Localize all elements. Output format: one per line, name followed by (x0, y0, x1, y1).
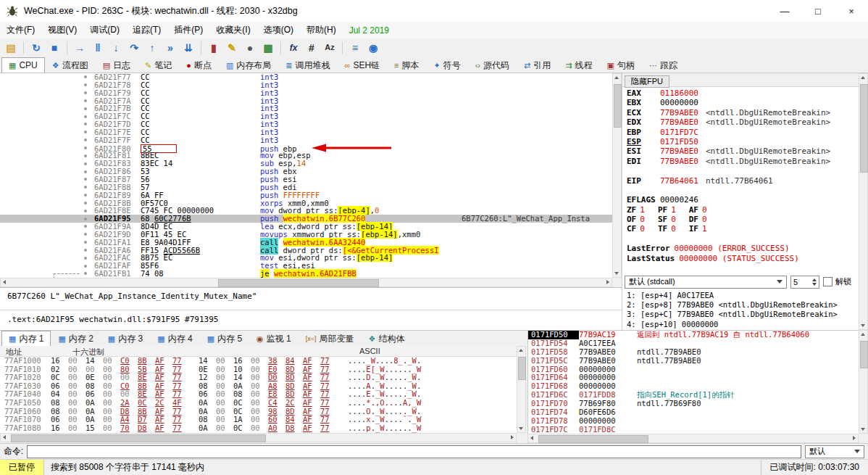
register-line[interactable]: LastError00000000 (ERROR_SUCCESS) (627, 244, 851, 253)
register-line[interactable]: EDX77B9ABE0<ntdll.DbgUiRemoteBreakin> (627, 117, 851, 127)
menu-favourites[interactable]: 收藏夹(I) (209, 22, 256, 38)
threads-toolbar-button[interactable]: ≡ (346, 40, 364, 56)
spinner-arrows-icon[interactable] (812, 278, 817, 286)
breakpoints-toggle-button[interactable]: ● (241, 40, 259, 56)
menu-trace[interactable]: 追踪(T) (126, 22, 167, 38)
register-line[interactable]: LastStatus00000000 (STATUS_SUCCESS) (627, 254, 851, 263)
font-button[interactable]: Az (321, 40, 338, 56)
dump-row[interactable]: 77AF100016001400C08BAF77140016003884AF77… (0, 357, 517, 365)
tab-references[interactable]: ⇄引用 (517, 57, 558, 73)
tab-seh[interactable]: ∞SEH链 (338, 57, 388, 73)
menu-options[interactable]: 选项(O) (257, 22, 300, 38)
scrollbar-thumb[interactable] (538, 435, 648, 443)
disasm-row[interactable]: 6AD21F7DCCint3 (0, 120, 612, 128)
scroll-left-icon[interactable] (528, 434, 536, 442)
fx-button[interactable]: fx (285, 40, 302, 56)
step-into-button[interactable]: ↓ (107, 40, 125, 56)
stack-row[interactable]: 0171FD6000000000 (528, 365, 859, 374)
tab-graph[interactable]: ❖流程图 (45, 57, 96, 73)
stack-argument[interactable]: 1: [esp+4] A0C17EEA (627, 291, 851, 300)
scroll-left-icon[interactable] (1, 434, 9, 442)
stop-button[interactable]: ■ (46, 40, 63, 56)
tab-dump-3[interactable]: ▦内存 3 (101, 331, 150, 346)
register-line[interactable]: EDI77B9ABE0<ntdll.DbgUiRemoteBreakin> (627, 157, 851, 166)
scrollbar-thumb[interactable] (11, 434, 266, 442)
tab-notes[interactable]: ✎笔记 (138, 57, 179, 73)
tab-symbols[interactable]: ✦符号 (426, 57, 467, 73)
tab-cpu[interactable]: ▦CPU (1, 57, 45, 73)
scroll-down-icon[interactable] (859, 425, 867, 433)
register-line[interactable]: GS 002B FS 0053 (627, 273, 851, 273)
scrollbar-thumb[interactable] (218, 279, 379, 287)
disasm-row[interactable]: 6AD21F7ECCint3 (0, 128, 612, 136)
register-line[interactable]: ZF1PF1AF0 (627, 205, 851, 215)
tab-memory-map[interactable]: ▥内存布局 (219, 57, 278, 73)
register-line[interactable]: ESP0171FD50 (627, 137, 851, 146)
log-toggle-button[interactable]: ▮ (205, 40, 222, 56)
memory-map-toggle-button[interactable]: ▦ (259, 40, 277, 56)
unlock-checkbox[interactable]: 解锁 (823, 276, 851, 287)
stack-argument[interactable]: 3: [esp+C] 77B9ABE0 <ntdll.DbgUiRemoteBr… (627, 310, 851, 319)
scroll-down-icon[interactable] (613, 269, 621, 277)
disasm-row[interactable]: 6AD21F7ACCint3 (0, 97, 612, 105)
dump-vertical-scrollbar[interactable] (517, 346, 526, 433)
close-button[interactable]: × (835, 0, 868, 22)
tab-dump-4[interactable]: ▦内存 4 (150, 331, 199, 346)
disassembly-vertical-scrollbar[interactable] (612, 73, 622, 278)
disasm-row[interactable]: 6AD21F8756push esi (0, 175, 612, 183)
disasm-row[interactable]: 6AD21F78CCint3 (0, 81, 612, 89)
stack-argument[interactable]: 2: [esp+8] 77B9ABE0 <ntdll.DbgUiRemoteBr… (627, 300, 851, 310)
stack-vertical-scrollbar[interactable] (859, 330, 868, 434)
scroll-up-icon[interactable] (859, 74, 867, 82)
scrollbar-thumb[interactable] (518, 357, 526, 380)
register-line[interactable]: EBP0171FD7C (627, 128, 851, 137)
step-out-button[interactable]: ↑ (143, 40, 161, 56)
register-line[interactable]: OF0SF0DF0 (627, 215, 851, 224)
menu-view[interactable]: 视图(V) (41, 22, 83, 38)
stack-row[interactable]: 0171FD6400000000 (528, 373, 859, 382)
disassembly-horizontal-scrollbar[interactable] (0, 278, 612, 287)
stack-row[interactable]: 0171FD7800000000 (528, 417, 859, 426)
tab-dump-2[interactable]: ▦内存 2 (51, 331, 100, 346)
scroll-right-icon[interactable] (850, 434, 858, 442)
disasm-row[interactable]: 6AD21F8383EC 14sub esp,14 (0, 160, 612, 168)
disasm-row[interactable]: 6AD21F8653push ebx (0, 168, 612, 175)
command-input[interactable] (27, 445, 801, 458)
menu-help[interactable]: 帮助(H) (300, 22, 343, 38)
patches-button[interactable]: ◉ (364, 40, 382, 56)
run-button[interactable]: → (71, 40, 88, 56)
scroll-right-icon[interactable] (604, 278, 612, 286)
tab-handles[interactable]: ▣句柄 (599, 57, 641, 73)
stack-row[interactable]: 0171FD74D60FE6D6 (528, 408, 859, 417)
run-to-cursor-button[interactable]: » (162, 40, 179, 56)
register-line[interactable]: ESI77B9ABE0<ntdll.DbgUiRemoteBreakin> (627, 146, 851, 156)
disasm-row[interactable]: 6AD21F7BCCint3 (0, 104, 612, 112)
scroll-up-icon[interactable] (517, 347, 525, 355)
command-mode-select[interactable]: 默认 (805, 445, 864, 458)
tab-dump-5[interactable]: ▦内存 5 (200, 331, 249, 346)
scroll-down-icon[interactable] (517, 424, 525, 432)
scroll-up-icon[interactable] (859, 331, 867, 339)
stack-horizontal-scrollbar[interactable] (527, 434, 859, 443)
register-line[interactable]: EAX01186000 (627, 88, 851, 98)
maximize-button[interactable]: □ (801, 0, 835, 22)
restart-button[interactable]: ↻ (28, 40, 45, 56)
stack-row[interactable]: 0171FD7C0171FD8C (528, 426, 859, 434)
dump-horizontal-scrollbar[interactable] (0, 433, 517, 442)
minimize-button[interactable]: — (768, 0, 801, 22)
disasm-row[interactable]: 6AD21F7FCCint3 (0, 136, 612, 144)
animate-into-button[interactable]: ⇊ (180, 40, 197, 56)
tab-dump-1[interactable]: ▦内存 1 (1, 331, 51, 346)
disasm-row[interactable]: 6AD21F79CCint3 (0, 89, 612, 97)
stack-row[interactable]: 0171FD5077B9AC19返回到 ntdll.77B9AC19 自 ntd… (528, 331, 859, 339)
disasm-row[interactable]: 6AD21F818BECmov ebp,esp (0, 152, 612, 160)
dump-row[interactable]: 77AF105008000A002A0C2C4F0A000C00C42CAF77… (0, 399, 517, 408)
scroll-left-icon[interactable] (1, 278, 9, 286)
checkbox-icon[interactable] (823, 277, 832, 286)
register-line[interactable]: CF0TF0IF1 (627, 224, 851, 234)
register-line[interactable]: ECX77B9ABE0<ntdll.DbgUiRemoteBreakin> (627, 108, 851, 117)
disasm-row[interactable]: 6AD21F77CCint3 (0, 73, 612, 81)
register-line[interactable]: EBX00000000 (627, 98, 851, 107)
dump-row[interactable]: 77AF10801600150070D8AF770A000C00A0D8AF77… (0, 424, 517, 433)
hide-fpu-button[interactable]: 隐藏FPU (625, 75, 669, 88)
